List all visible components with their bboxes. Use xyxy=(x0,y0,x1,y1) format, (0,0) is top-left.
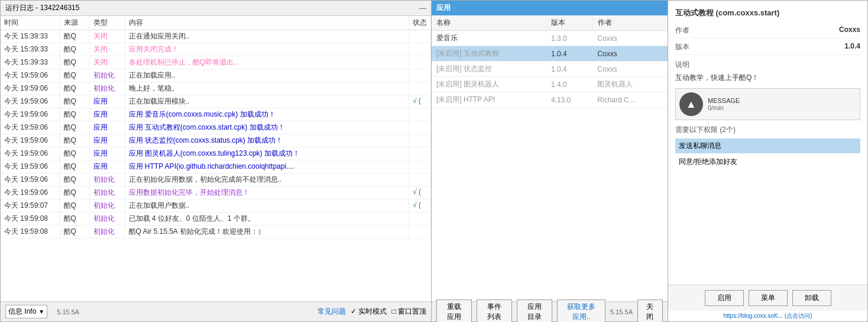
log-type: 初始化 xyxy=(89,173,125,186)
table-row: 今天 19:59:06 酷Q 应用 应用 状态监控(com.coxxs.stat… xyxy=(1,134,431,147)
list-item[interactable]: [未启用] 状态监控 1.0.4 Coxxs xyxy=(432,62,668,77)
log-time: 今天 19:59:08 xyxy=(1,226,60,239)
table-row: 今天 15:39:33 酷Q 关闭 正在通知应用关闭.. xyxy=(1,30,431,43)
window-layout-check[interactable]: □ 窗口置顶 xyxy=(391,307,426,317)
table-row: 今天 19:59:08 酷Q 初始化 已加载 4 位好友、0 位陌生人、1 个群… xyxy=(1,212,431,226)
list-item[interactable]: [未启用] 互动式教程 1.0.4 Coxxs xyxy=(432,46,668,62)
log-time: 今天 15:39:33 xyxy=(1,56,60,69)
log-status xyxy=(409,134,431,147)
log-source: 酷Q xyxy=(60,108,89,121)
log-status: √ ( xyxy=(409,95,431,108)
log-source: 酷Q xyxy=(60,173,89,186)
plugin-name: [未启用] 图灵机器人 xyxy=(432,77,546,92)
plugin-statusbar: 重载应用 事件列表 应用目录 获取更多应用.. 5.15.5A 关闭 xyxy=(432,301,668,321)
plugin-table-container: 名称 版本 作者 爱音乐 1.3.0 Coxxs [未启用] 互动式教程 1.0… xyxy=(432,15,668,301)
table-row: 今天 19:59:06 酷Q 初始化 晚上好，笔稳。 xyxy=(1,82,431,95)
log-type: 初始化 xyxy=(89,186,125,199)
log-status xyxy=(409,30,431,43)
log-status xyxy=(409,82,431,95)
log-content: 酷Q Air 5.15.5A 初始化完成！欢迎使用：） xyxy=(125,226,409,239)
message-widget: ▲ MESSAGE 0/min xyxy=(675,88,860,120)
plugin-author: Coxxs xyxy=(592,31,667,46)
main-container: 运行日志 - 1342246315 — 时间 来源 类型 内容 状态 今天 15… xyxy=(0,0,868,322)
plugin-author: Coxxs xyxy=(592,46,667,62)
log-time: 今天 19:59:06 xyxy=(1,186,60,199)
permission-item[interactable]: 发送私聊消息 xyxy=(675,139,860,153)
url-bar[interactable]: https://blog.coxx.soK... (点击访问) xyxy=(668,311,867,321)
log-close-btn[interactable]: — xyxy=(419,4,426,12)
log-status xyxy=(409,212,431,226)
plugin-titlebar: 应用 xyxy=(432,1,668,15)
log-time: 今天 19:59:08 xyxy=(1,212,60,226)
plugin-author: 图灵机器人 xyxy=(592,77,667,92)
plugin-name: [未启用] 互动式教程 xyxy=(432,46,546,62)
log-time: 今天 15:39:33 xyxy=(1,43,60,56)
version-value: 1.0.4 xyxy=(844,42,860,52)
log-time: 今天 19:59:06 xyxy=(1,173,60,186)
plugin-detail-content: 互动式教程 (com.coxxs.start) 作者 Coxxs 版本 1.0.… xyxy=(668,1,867,285)
log-time: 今天 19:59:06 xyxy=(1,108,60,121)
plugin-version: 1.4.0 xyxy=(546,77,592,92)
log-source: 酷Q xyxy=(60,199,89,212)
list-item[interactable]: [未启用] HTTP API 4.13.0 Richard C... xyxy=(432,92,668,108)
log-status xyxy=(409,56,431,69)
realtime-mode-check[interactable]: ✓ 实时模式 xyxy=(351,307,387,317)
plugin-author: Richard C... xyxy=(592,92,667,108)
message-info: MESSAGE 0/min xyxy=(708,97,740,111)
enable-button[interactable]: 启用 xyxy=(705,290,744,306)
log-time: 今天 19:59:06 xyxy=(1,69,60,82)
log-version: 5.15.5A xyxy=(57,308,79,315)
events-list-button[interactable]: 事件列表 xyxy=(477,300,512,323)
log-title: 运行日志 - 1342246315 xyxy=(5,3,79,13)
table-row: 今天 19:59:06 酷Q 应用 应用 互动式教程(com.coxxs.sta… xyxy=(1,121,431,134)
log-content: 应用 图灵机器人(com.coxxs.tuling123.cpk) 加载成功！ xyxy=(125,147,409,160)
log-source: 酷Q xyxy=(60,30,89,43)
log-source: 酷Q xyxy=(60,226,89,239)
log-source: 酷Q xyxy=(60,82,89,95)
app-dir-button[interactable]: 应用目录 xyxy=(517,300,552,323)
table-row: 今天 19:59:06 酷Q 应用 应用 HTTP API(io.github.… xyxy=(1,160,431,173)
list-item[interactable]: [未启用] 图灵机器人 1.4.0 图灵机器人 xyxy=(432,77,668,92)
list-item[interactable]: 爱音乐 1.3.0 Coxxs xyxy=(432,31,668,46)
log-status xyxy=(409,160,431,173)
col-header-type: 类型 xyxy=(89,16,125,30)
log-content: 正在通知应用关闭.. xyxy=(125,30,409,43)
log-time: 今天 19:59:06 xyxy=(1,82,60,95)
plugin-detail-panel: 互动式教程 (com.coxxs.start) 作者 Coxxs 版本 1.0.… xyxy=(668,0,868,322)
status-level-label: 信息 Info xyxy=(8,307,36,317)
log-type: 关闭 xyxy=(89,56,125,69)
menu-button[interactable]: 菜单 xyxy=(749,290,788,306)
log-source: 酷Q xyxy=(60,43,89,56)
plugin-action-buttons: 启用 菜单 卸载 xyxy=(668,285,867,311)
status-level-dropdown[interactable]: 信息 Info ▼ xyxy=(5,305,47,318)
statusbar-right-buttons: 常见问题 ✓ 实时模式 □ 窗口置顶 xyxy=(318,307,426,317)
version-label: 版本 xyxy=(675,42,689,52)
log-source: 酷Q xyxy=(60,160,89,173)
plugin-panel-version: 5.15.5A xyxy=(610,308,633,315)
common-problems-link[interactable]: 常见问题 xyxy=(318,307,346,317)
log-time: 今天 19:59:07 xyxy=(1,199,60,212)
plugin-panel-close-button[interactable]: 关闭 xyxy=(637,300,663,323)
log-source: 酷Q xyxy=(60,69,89,82)
permission-item[interactable]: 同意/拒绝添加好友 xyxy=(675,154,860,169)
log-content: 正在加载用户数据.. xyxy=(125,199,409,212)
log-content: 各处理机制已停止，酷Q即将退出.. xyxy=(125,56,409,69)
log-type: 关闭 xyxy=(89,43,125,56)
table-row: 今天 19:59:06 酷Q 应用 应用 图灵机器人(com.coxxs.tul… xyxy=(1,147,431,160)
log-content: 正在加载应用模块.. xyxy=(125,95,409,108)
log-source: 酷Q xyxy=(60,56,89,69)
window-layout-label: □ 窗口置顶 xyxy=(391,307,426,317)
log-type: 初始化 xyxy=(89,199,125,212)
get-more-apps-button[interactable]: 获取更多应用.. xyxy=(557,300,605,323)
plugin-version: 1.3.0 xyxy=(546,31,592,46)
uninstall-button[interactable]: 卸载 xyxy=(792,290,831,306)
table-row: 今天 19:59:06 酷Q 应用 应用 爱音乐(com.coxxs.music… xyxy=(1,108,431,121)
reload-app-button[interactable]: 重载应用 xyxy=(436,300,472,323)
log-table-container: 时间 来源 类型 内容 状态 今天 15:39:33 酷Q 关闭 正在通知应用关… xyxy=(1,16,431,301)
log-source: 酷Q xyxy=(60,95,89,108)
plugin-panel-title: 应用 xyxy=(436,3,451,13)
log-type: 应用 xyxy=(89,160,125,173)
log-type: 初始化 xyxy=(89,226,125,239)
plugin-version-row: 版本 1.0.4 xyxy=(675,42,860,55)
log-content: 应用数据初始化完毕，开始处理消息！ xyxy=(125,186,409,199)
